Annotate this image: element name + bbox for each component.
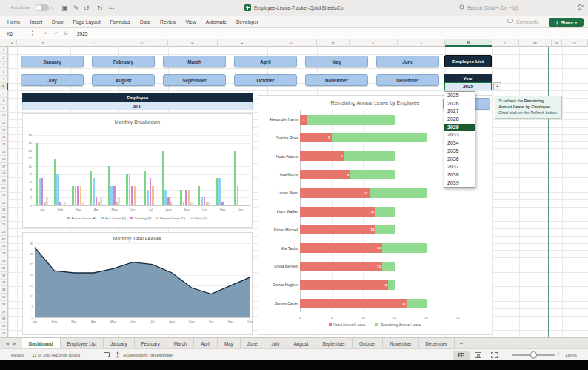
row-header-2[interactable]: 2 (0, 54, 8, 62)
row-header-39[interactable]: 39 (0, 323, 8, 330)
add-sheet-button[interactable]: + (455, 338, 469, 348)
month-button-june[interactable]: June (376, 56, 439, 67)
column-header-D[interactable]: D (118, 39, 168, 47)
more-commands-icon[interactable]: ⋯ (108, 4, 115, 13)
enter-icon[interactable]: ✓ (54, 30, 59, 36)
year-option-2038[interactable]: 2038 (444, 171, 475, 179)
people-icon[interactable] (577, 4, 584, 11)
year-option-2026[interactable]: 2026 (444, 100, 475, 108)
employee-list-button[interactable]: Employee List (444, 55, 492, 67)
year-option-2035[interactable]: 2035 (444, 148, 475, 156)
row-header-34[interactable]: 34 (0, 286, 8, 294)
tab-scroll-left-icon[interactable]: ◀ (0, 338, 12, 348)
name-box[interactable]: K6 (7, 31, 13, 36)
month-button-october[interactable]: October (234, 74, 297, 86)
row-header-27[interactable]: 27 (0, 236, 8, 243)
row-header-1[interactable]: 1 (0, 47, 8, 54)
row-header-5[interactable]: 5 (0, 76, 8, 83)
page-break-view-button[interactable] (491, 352, 498, 358)
ribbon-tab-page-layout[interactable]: Page Layout (73, 16, 100, 28)
row-header-29[interactable]: 29 (0, 250, 8, 257)
row-header-8[interactable]: 8 (0, 98, 8, 105)
macro-record-icon[interactable] (104, 352, 110, 357)
month-button-september[interactable]: September (163, 74, 226, 86)
name-box-stepper[interactable]: ▲▼ (31, 30, 34, 37)
row-header-10[interactable]: 10 (0, 112, 8, 119)
row-header-7[interactable]: 7 (0, 90, 8, 98)
sheet-tab-employee-list[interactable]: Employee List (61, 338, 104, 348)
column-header-C[interactable]: C (70, 39, 118, 47)
autosave-toggle[interactable] (36, 4, 49, 11)
row-header-35[interactable]: 35 (0, 294, 8, 301)
year-option-2025[interactable]: 2025 (444, 92, 475, 100)
ribbon-tab-data[interactable]: Data (140, 16, 150, 28)
month-button-february[interactable]: February (92, 56, 155, 67)
column-header-M[interactable]: M (519, 39, 552, 47)
employee-filter-value[interactable]: ALL (22, 102, 253, 110)
column-header-J[interactable]: J (398, 39, 445, 47)
row-header-4[interactable]: 4 (0, 68, 8, 76)
month-button-january[interactable]: January (21, 56, 84, 67)
ribbon-tab-home[interactable]: Home (7, 16, 21, 28)
column-header-H[interactable]: H (317, 39, 350, 47)
ribbon-tab-automate[interactable]: Automate (206, 16, 227, 28)
year-option-2037[interactable]: 2037 (444, 163, 475, 171)
formula-input[interactable]: 2025 (77, 31, 87, 36)
column-header-N[interactable]: N (552, 39, 562, 47)
row-header-30[interactable]: 30 (0, 257, 8, 265)
row-header-6[interactable]: 6 (0, 83, 8, 90)
row-header-26[interactable]: 26 (0, 228, 8, 236)
ribbon-tab-developer[interactable]: Developer (236, 16, 258, 28)
home-icon[interactable]: ⌂ (49, 4, 53, 13)
month-button-july[interactable]: July (21, 74, 84, 86)
year-option-2033[interactable]: 2033 (444, 131, 475, 139)
year-option-2036[interactable]: 2036 (444, 156, 475, 164)
row-header-15[interactable]: 15 (0, 148, 8, 156)
normal-view-button[interactable] (453, 351, 470, 360)
column-header-F[interactable]: F (218, 39, 267, 47)
search-input[interactable]: Search (Cmd + Ctrl + U) (467, 5, 518, 10)
save-icon[interactable]: ▣ (61, 4, 68, 13)
column-header-O[interactable]: O (562, 39, 588, 47)
row-header-20[interactable]: 20 (0, 185, 8, 192)
sheet-tab-july[interactable]: July (264, 338, 287, 348)
ribbon-tab-view[interactable]: View (186, 16, 196, 28)
row-header-28[interactable]: 28 (0, 243, 8, 251)
month-button-november[interactable]: November (305, 74, 368, 86)
row-header-16[interactable]: 16 (0, 156, 8, 163)
sheet-tab-february[interactable]: February (135, 338, 167, 348)
row-header-24[interactable]: 24 (0, 214, 8, 221)
tab-scroll-right-icon[interactable]: ▶ (12, 338, 22, 348)
year-option-2028[interactable]: 2028 (444, 116, 475, 124)
column-header-K[interactable]: K (445, 39, 492, 47)
redo-icon[interactable]: ↻ (97, 4, 103, 13)
sheet-tab-august[interactable]: August (287, 338, 316, 348)
undo-icon[interactable]: ↺ (84, 4, 90, 13)
month-button-april[interactable]: April (234, 56, 297, 67)
year-option-2039[interactable]: 2039 (444, 179, 475, 188)
sheet-tab-dashboard[interactable]: Dashboard (22, 338, 61, 348)
sheet-tab-march[interactable]: March (167, 338, 195, 348)
sheet-tab-january[interactable]: January (104, 338, 134, 348)
row-header-25[interactable]: 25 (0, 221, 8, 228)
sheet-tab-may[interactable]: May (218, 338, 241, 348)
page-layout-view-button[interactable] (475, 352, 481, 358)
ribbon-tab-formulas[interactable]: Formulas (110, 16, 130, 28)
comments-button[interactable]: Comments (516, 18, 538, 27)
row-header-12[interactable]: 12 (0, 127, 8, 134)
row-header-19[interactable]: 19 (0, 177, 8, 185)
month-button-august[interactable]: August (92, 74, 155, 86)
row-header-40[interactable]: 40 (0, 330, 8, 337)
year-dropdown-button[interactable]: ▼ (493, 82, 501, 90)
row-header-33[interactable]: 33 (0, 280, 8, 287)
month-button-december[interactable]: December (376, 74, 439, 86)
column-header-A[interactable]: A (8, 39, 17, 47)
row-header-36[interactable]: 36 (0, 301, 8, 308)
share-button[interactable]: ⇧ Share ▾ (549, 18, 584, 27)
row-header-37[interactable]: 37 (0, 308, 8, 316)
year-option-2029[interactable]: 2029 (444, 124, 475, 132)
row-header-17[interactable]: 17 (0, 163, 8, 171)
sheet-tab-june[interactable]: June (241, 338, 265, 348)
zoom-level[interactable]: 100% (565, 352, 577, 357)
column-header-G[interactable]: G (267, 39, 317, 47)
